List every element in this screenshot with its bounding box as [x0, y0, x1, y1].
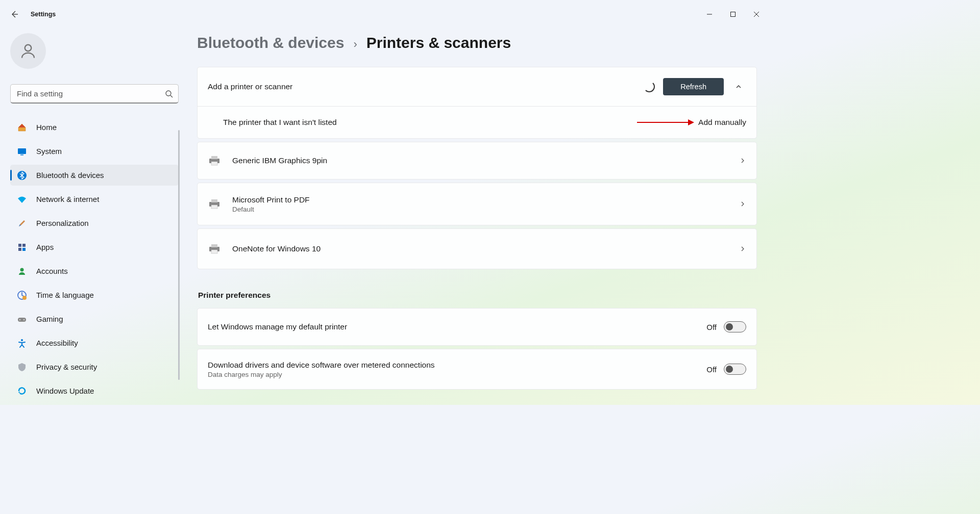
- svg-rect-13: [18, 318, 26, 322]
- gamepad-icon: [16, 314, 28, 325]
- svg-rect-7: [22, 244, 26, 247]
- home-icon: [16, 122, 28, 133]
- svg-point-12: [22, 296, 27, 300]
- nav-network[interactable]: Network & internet: [10, 189, 179, 210]
- nav-personalization[interactable]: Personalization: [10, 213, 179, 234]
- person-icon: [19, 42, 37, 60]
- arrow-left-icon: [10, 10, 18, 18]
- svg-rect-4: [20, 155, 23, 156]
- svg-rect-0: [731, 12, 736, 16]
- pref-title: Let Windows manage my default printer: [208, 322, 706, 331]
- printer-icon: [208, 198, 221, 210]
- svg-point-16: [21, 339, 23, 341]
- window-title: Settings: [31, 11, 56, 18]
- svg-rect-9: [22, 248, 26, 251]
- printer-name: OneNote for Windows 10: [232, 244, 739, 253]
- refresh-button[interactable]: Refresh: [663, 78, 724, 95]
- svg-rect-22: [211, 205, 217, 209]
- user-avatar[interactable]: [10, 33, 46, 69]
- svg-rect-6: [18, 244, 21, 247]
- nav-bluetooth-devices[interactable]: Bluetooth & devices: [10, 165, 179, 186]
- chevron-up-icon: [735, 83, 742, 90]
- close-button[interactable]: [745, 4, 768, 24]
- nav-label: Bluetooth & devices: [36, 171, 104, 179]
- nav-time-language[interactable]: Time & language: [10, 285, 179, 305]
- nav-privacy-security[interactable]: Privacy & security: [10, 356, 179, 377]
- annotation-arrow: [637, 122, 693, 123]
- collapse-button[interactable]: [731, 79, 746, 94]
- chevron-right-icon: ›: [353, 38, 357, 51]
- nav-label: Personalization: [36, 219, 89, 227]
- nav-label: Accessibility: [36, 339, 78, 347]
- toggle-metered[interactable]: [724, 364, 746, 375]
- printer-item-onenote[interactable]: OneNote for Windows 10: [198, 229, 756, 269]
- search-button[interactable]: [161, 86, 177, 101]
- nav-label: Network & internet: [36, 195, 99, 203]
- printer-name: Microsoft Print to PDF: [232, 195, 739, 204]
- update-icon: [16, 386, 28, 397]
- nav-label: System: [36, 147, 62, 156]
- svg-rect-24: [211, 244, 217, 247]
- breadcrumb: Bluetooth & devices › Printers & scanner…: [197, 34, 757, 52]
- printer-item-pdf[interactable]: Microsoft Print to PDFDefault: [198, 183, 756, 225]
- clock-globe-icon: [16, 290, 28, 301]
- nav-windows-update[interactable]: Windows Update: [10, 380, 179, 401]
- svg-rect-21: [211, 199, 217, 202]
- svg-point-1: [25, 45, 32, 52]
- svg-point-10: [20, 268, 24, 271]
- breadcrumb-parent[interactable]: Bluetooth & devices: [197, 34, 344, 52]
- printer-item-ibm[interactable]: Generic IBM Graphics 9pin: [198, 142, 756, 179]
- nav-label: Time & language: [36, 291, 94, 299]
- add-printer-title: Add a printer or scanner: [208, 82, 644, 91]
- maximize-icon: [730, 11, 736, 17]
- svg-rect-25: [211, 250, 217, 253]
- apps-icon: [16, 242, 28, 253]
- account-icon: [16, 266, 28, 277]
- nav-label: Privacy & security: [36, 363, 97, 371]
- toggle-state: Off: [706, 365, 717, 374]
- bluetooth-icon: [16, 170, 28, 181]
- toggle-state: Off: [706, 323, 717, 331]
- nav-accessibility[interactable]: Accessibility: [10, 332, 179, 353]
- search-icon: [165, 90, 173, 98]
- svg-point-15: [23, 319, 24, 320]
- svg-rect-18: [211, 156, 217, 159]
- monitor-icon: [16, 146, 28, 157]
- nav-label: Apps: [36, 243, 54, 251]
- not-listed-text: The printer that I want isn't listed: [223, 118, 637, 127]
- nav-label: Home: [36, 123, 57, 132]
- wifi-icon: [16, 194, 28, 205]
- nav-home[interactable]: Home: [10, 117, 179, 138]
- chevron-right-icon: [739, 245, 746, 252]
- svg-rect-19: [211, 162, 217, 165]
- toggle-default-printer[interactable]: [724, 321, 746, 332]
- chevron-right-icon: [739, 157, 746, 164]
- printer-icon: [208, 155, 221, 166]
- chevron-right-icon: [739, 200, 746, 208]
- accessibility-icon: [16, 338, 28, 349]
- spinner-icon: [644, 81, 655, 92]
- add-printer-row: Add a printer or scanner Refresh: [198, 67, 756, 106]
- svg-point-14: [19, 319, 20, 320]
- breadcrumb-current: Printers & scanners: [366, 34, 511, 52]
- nav-label: Accounts: [36, 267, 68, 275]
- maximize-button[interactable]: [721, 4, 745, 24]
- nav-system[interactable]: System: [10, 141, 179, 162]
- nav-accounts[interactable]: Accounts: [10, 261, 179, 281]
- back-button[interactable]: [4, 4, 24, 24]
- nav-apps[interactable]: Apps: [10, 237, 179, 258]
- add-manually-link[interactable]: Add manually: [698, 118, 746, 127]
- search-input[interactable]: [10, 84, 179, 104]
- printer-not-listed-row[interactable]: The printer that I want isn't listed Add…: [198, 107, 756, 138]
- nav-gaming[interactable]: Gaming: [10, 309, 179, 329]
- svg-rect-8: [18, 248, 21, 251]
- sidebar-scrollbar[interactable]: [178, 130, 180, 380]
- printer-status: Default: [232, 205, 739, 213]
- nav-label: Windows Update: [36, 387, 94, 395]
- nav-label: Gaming: [36, 315, 63, 323]
- pref-sub: Data charges may apply: [208, 371, 706, 378]
- pref-title: Download drivers and device software ove…: [208, 361, 706, 370]
- minimize-icon: [706, 11, 713, 17]
- minimize-button[interactable]: [698, 4, 721, 24]
- svg-rect-3: [18, 148, 26, 154]
